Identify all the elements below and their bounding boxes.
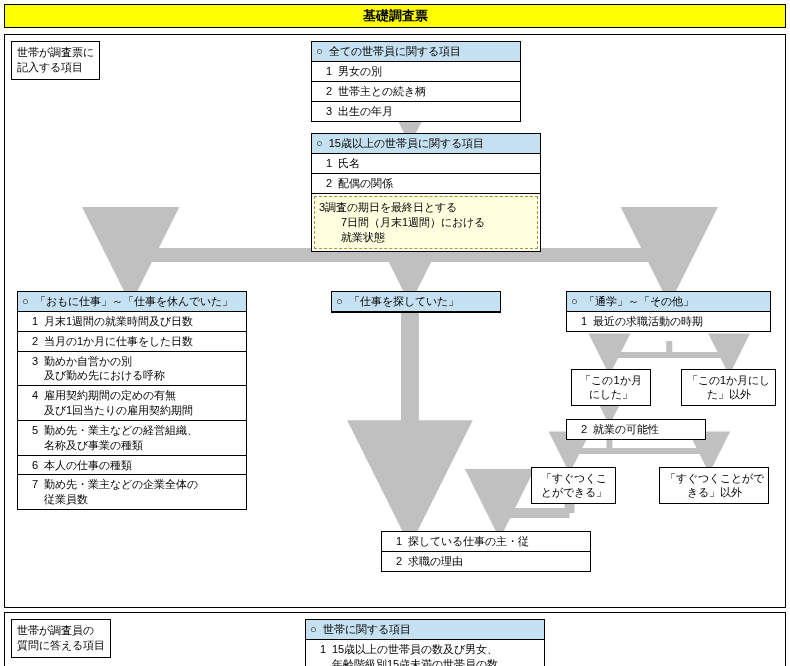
box-c-row: 7勤め先・業主などの企業全体の従業員数 — [18, 475, 246, 509]
box-c-row: 4雇用契約期間の定めの有無及び1回当たりの雇用契約期間 — [18, 386, 246, 421]
section2-label: 世帯が調査員の質問に答える項目 — [11, 619, 111, 658]
box-e-row1: 1最近の求職活動の時期 — [567, 312, 770, 331]
box-b-row: 2配偶の関係 — [312, 174, 540, 194]
box-e-row2: 2就業の可能性 — [566, 419, 706, 440]
box-c-row: 5勤め先・業主などの経営組織、名称及び事業の種類 — [18, 421, 246, 456]
box-f-row: 1探している仕事の主・従 — [382, 532, 590, 552]
box-all-members-header: ○全ての世帯員に関する項目 — [312, 42, 520, 62]
section-household-fills: 世帯が調査票に記入する項目 — [4, 34, 786, 608]
box-c-header: ○「おもに仕事」～「仕事を休んでいた」 — [18, 292, 246, 312]
box-a-row: 3出生の年月 — [312, 102, 520, 121]
box-b-header: ○15歳以上の世帯員に関する項目 — [312, 134, 540, 154]
box-household-row: 115歳以上の世帯員の数及び男女、年齢階級別15歳未満の世帯員の数 — [306, 640, 544, 666]
box-job-seeking-detail: 1探している仕事の主・従 2求職の理由 — [381, 531, 591, 572]
box-b-row: 1氏名 — [312, 154, 540, 174]
box-f-row: 2求職の理由 — [382, 552, 590, 571]
branch-not-this-month: 「この1か月にした」以外 — [681, 369, 776, 406]
branch-cannot-start: 「すぐつくことができる」以外 — [659, 467, 769, 504]
page-title: 基礎調査票 — [4, 4, 786, 28]
box-d-header: ○「仕事を探していた」 — [332, 292, 500, 312]
box-mainly-work: ○「おもに仕事」～「仕事を休んでいた」 1月末1週間の就業時間及び日数 2当月の… — [17, 291, 247, 510]
box-household-items: ○世帯に関する項目 115歳以上の世帯員の数及び男女、年齢階級別15歳未満の世帯… — [305, 619, 545, 666]
diagram-canvas: ○全ての世帯員に関する項目 1男女の別 2世帯主との続き柄 3出生の年月 ○15… — [11, 41, 779, 601]
box-household-header: ○世帯に関する項目 — [306, 620, 544, 640]
box-job-seeking: ○「仕事を探していた」 — [331, 291, 501, 313]
box-b-dashed: 3調査の期日を最終日とする 7日間（月末1週間）における 就業状態 — [314, 196, 538, 249]
box-a-row: 2世帯主との続き柄 — [312, 82, 520, 102]
box-school-other: ○「通学」～「その他」 1最近の求職活動の時期 — [566, 291, 771, 332]
box-a-row: 1男女の別 — [312, 62, 520, 82]
box-c-row: 3勤めか自営かの別及び勤め先における呼称 — [18, 352, 246, 387]
section-enumerator-asks: 世帯が調査員の質問に答える項目 ○世帯に関する項目 115歳以上の世帯員の数及び… — [4, 612, 786, 666]
branch-can-start: 「すぐつくことができる」 — [531, 467, 616, 504]
box-c-row: 2当月の1か月に仕事をした日数 — [18, 332, 246, 352]
box-members-15plus: ○15歳以上の世帯員に関する項目 1氏名 2配偶の関係 3調査の期日を最終日とす… — [311, 133, 541, 252]
box-all-members: ○全ての世帯員に関する項目 1男女の別 2世帯主との続き柄 3出生の年月 — [311, 41, 521, 122]
box-e-header: ○「通学」～「その他」 — [567, 292, 770, 312]
box-c-row: 6本人の仕事の種類 — [18, 456, 246, 476]
box-c-row: 1月末1週間の就業時間及び日数 — [18, 312, 246, 332]
branch-this-month: 「この1か月にした」 — [571, 369, 651, 406]
